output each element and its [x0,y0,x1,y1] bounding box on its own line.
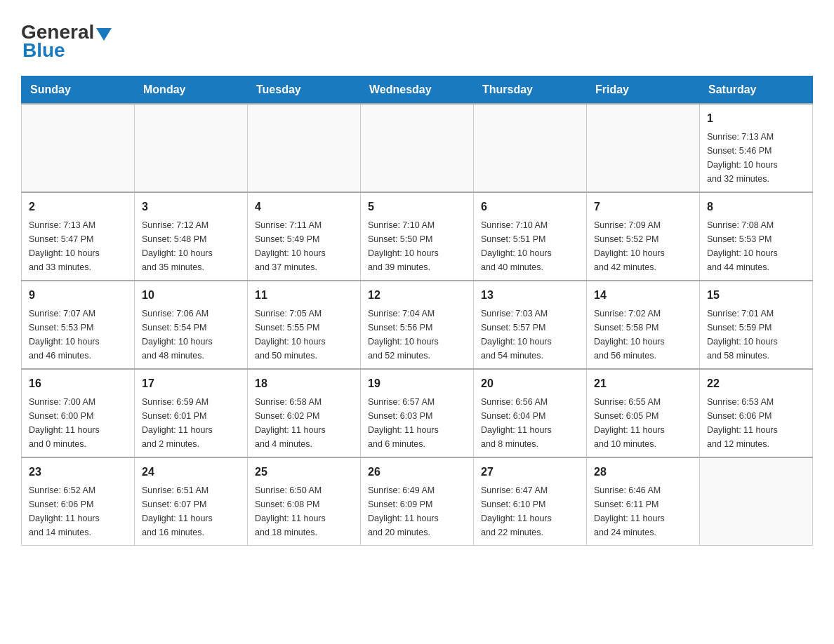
day-number: 12 [368,287,466,304]
day-number: 13 [481,287,579,304]
day-info: Sunrise: 7:00 AMSunset: 6:00 PMDaylight:… [29,395,127,451]
calendar-cell: 6Sunrise: 7:10 AMSunset: 5:51 PMDaylight… [474,192,587,281]
calendar-cell: 3Sunrise: 7:12 AMSunset: 5:48 PMDaylight… [135,192,248,281]
day-number: 10 [142,287,240,304]
day-info: Sunrise: 6:52 AMSunset: 6:06 PMDaylight:… [29,483,127,539]
calendar-cell: 10Sunrise: 7:06 AMSunset: 5:54 PMDayligh… [135,281,248,369]
day-info: Sunrise: 7:08 AMSunset: 5:53 PMDaylight:… [707,218,805,274]
day-info: Sunrise: 7:13 AMSunset: 5:47 PMDaylight:… [29,218,127,274]
calendar-cell: 15Sunrise: 7:01 AMSunset: 5:59 PMDayligh… [700,281,813,369]
calendar-cell: 18Sunrise: 6:58 AMSunset: 6:02 PMDayligh… [248,369,361,457]
day-number: 15 [707,287,805,304]
day-info: Sunrise: 7:04 AMSunset: 5:56 PMDaylight:… [368,307,466,363]
day-info: Sunrise: 7:05 AMSunset: 5:55 PMDaylight:… [255,307,353,363]
day-number: 9 [29,287,127,304]
day-number: 5 [368,199,466,215]
weekday-header-sunday: Sunday [22,76,135,105]
day-number: 23 [29,464,127,481]
calendar-cell: 13Sunrise: 7:03 AMSunset: 5:57 PMDayligh… [474,281,587,369]
calendar-cell: 9Sunrise: 7:07 AMSunset: 5:53 PMDaylight… [22,281,135,369]
week-row-3: 9Sunrise: 7:07 AMSunset: 5:53 PMDaylight… [22,281,813,369]
calendar-cell: 19Sunrise: 6:57 AMSunset: 6:03 PMDayligh… [361,369,474,457]
logo-triangle-icon [96,28,112,41]
calendar-cell: 14Sunrise: 7:02 AMSunset: 5:58 PMDayligh… [587,281,700,369]
logo: General Blue [21,21,112,62]
day-number: 1 [707,110,805,127]
day-number: 20 [481,375,579,392]
calendar-cell [700,457,813,546]
day-number: 3 [142,199,240,215]
day-number: 16 [29,375,127,392]
day-info: Sunrise: 7:03 AMSunset: 5:57 PMDaylight:… [481,307,579,363]
page-header: General Blue [21,21,813,62]
day-number: 27 [481,464,579,481]
weekday-header-friday: Friday [587,76,700,105]
day-info: Sunrise: 7:07 AMSunset: 5:53 PMDaylight:… [29,307,127,363]
calendar-cell: 20Sunrise: 6:56 AMSunset: 6:04 PMDayligh… [474,369,587,457]
calendar-cell [587,104,700,192]
day-info: Sunrise: 7:12 AMSunset: 5:48 PMDaylight:… [142,218,240,274]
day-number: 19 [368,375,466,392]
calendar-cell [248,104,361,192]
calendar-cell: 7Sunrise: 7:09 AMSunset: 5:52 PMDaylight… [587,192,700,281]
weekday-header-tuesday: Tuesday [248,76,361,105]
calendar-cell: 27Sunrise: 6:47 AMSunset: 6:10 PMDayligh… [474,457,587,546]
calendar-cell [474,104,587,192]
day-info: Sunrise: 7:01 AMSunset: 5:59 PMDaylight:… [707,307,805,363]
day-info: Sunrise: 7:10 AMSunset: 5:51 PMDaylight:… [481,218,579,274]
calendar-table: SundayMondayTuesdayWednesdayThursdayFrid… [21,76,813,546]
day-info: Sunrise: 7:11 AMSunset: 5:49 PMDaylight:… [255,218,353,274]
day-info: Sunrise: 6:57 AMSunset: 6:03 PMDaylight:… [368,395,466,451]
day-number: 24 [142,464,240,481]
day-number: 4 [255,199,353,215]
day-info: Sunrise: 6:51 AMSunset: 6:07 PMDaylight:… [142,483,240,539]
day-info: Sunrise: 6:47 AMSunset: 6:10 PMDaylight:… [481,483,579,539]
logo-blue-text: Blue [22,39,65,62]
calendar-cell: 21Sunrise: 6:55 AMSunset: 6:05 PMDayligh… [587,369,700,457]
day-number: 21 [594,375,692,392]
day-number: 11 [255,287,353,304]
calendar-cell: 28Sunrise: 6:46 AMSunset: 6:11 PMDayligh… [587,457,700,546]
weekday-header-wednesday: Wednesday [361,76,474,105]
day-info: Sunrise: 6:53 AMSunset: 6:06 PMDaylight:… [707,395,805,451]
day-number: 25 [255,464,353,481]
weekday-header-monday: Monday [135,76,248,105]
calendar-cell: 5Sunrise: 7:10 AMSunset: 5:50 PMDaylight… [361,192,474,281]
calendar-cell: 22Sunrise: 6:53 AMSunset: 6:06 PMDayligh… [700,369,813,457]
day-number: 8 [707,199,805,215]
day-number: 28 [594,464,692,481]
calendar-cell: 17Sunrise: 6:59 AMSunset: 6:01 PMDayligh… [135,369,248,457]
day-info: Sunrise: 7:06 AMSunset: 5:54 PMDaylight:… [142,307,240,363]
day-info: Sunrise: 6:50 AMSunset: 6:08 PMDaylight:… [255,483,353,539]
day-info: Sunrise: 7:13 AMSunset: 5:46 PMDaylight:… [707,130,805,186]
day-info: Sunrise: 7:02 AMSunset: 5:58 PMDaylight:… [594,307,692,363]
week-row-1: 1Sunrise: 7:13 AMSunset: 5:46 PMDaylight… [22,104,813,192]
calendar-cell: 23Sunrise: 6:52 AMSunset: 6:06 PMDayligh… [22,457,135,546]
calendar-cell: 8Sunrise: 7:08 AMSunset: 5:53 PMDaylight… [700,192,813,281]
calendar-cell: 11Sunrise: 7:05 AMSunset: 5:55 PMDayligh… [248,281,361,369]
calendar-cell [135,104,248,192]
day-number: 26 [368,464,466,481]
day-number: 14 [594,287,692,304]
week-row-4: 16Sunrise: 7:00 AMSunset: 6:00 PMDayligh… [22,369,813,457]
calendar-cell: 25Sunrise: 6:50 AMSunset: 6:08 PMDayligh… [248,457,361,546]
calendar-cell: 1Sunrise: 7:13 AMSunset: 5:46 PMDaylight… [700,104,813,192]
calendar-cell [22,104,135,192]
day-info: Sunrise: 6:56 AMSunset: 6:04 PMDaylight:… [481,395,579,451]
day-info: Sunrise: 6:49 AMSunset: 6:09 PMDaylight:… [368,483,466,539]
day-info: Sunrise: 7:10 AMSunset: 5:50 PMDaylight:… [368,218,466,274]
day-number: 6 [481,199,579,215]
calendar-cell: 4Sunrise: 7:11 AMSunset: 5:49 PMDaylight… [248,192,361,281]
day-info: Sunrise: 6:46 AMSunset: 6:11 PMDaylight:… [594,483,692,539]
weekday-header-saturday: Saturday [700,76,813,105]
day-info: Sunrise: 7:09 AMSunset: 5:52 PMDaylight:… [594,218,692,274]
day-info: Sunrise: 6:59 AMSunset: 6:01 PMDaylight:… [142,395,240,451]
day-info: Sunrise: 6:58 AMSunset: 6:02 PMDaylight:… [255,395,353,451]
calendar-cell: 16Sunrise: 7:00 AMSunset: 6:00 PMDayligh… [22,369,135,457]
week-row-5: 23Sunrise: 6:52 AMSunset: 6:06 PMDayligh… [22,457,813,546]
day-number: 2 [29,199,127,215]
day-number: 7 [594,199,692,215]
calendar-cell: 26Sunrise: 6:49 AMSunset: 6:09 PMDayligh… [361,457,474,546]
day-number: 18 [255,375,353,392]
day-number: 22 [707,375,805,392]
